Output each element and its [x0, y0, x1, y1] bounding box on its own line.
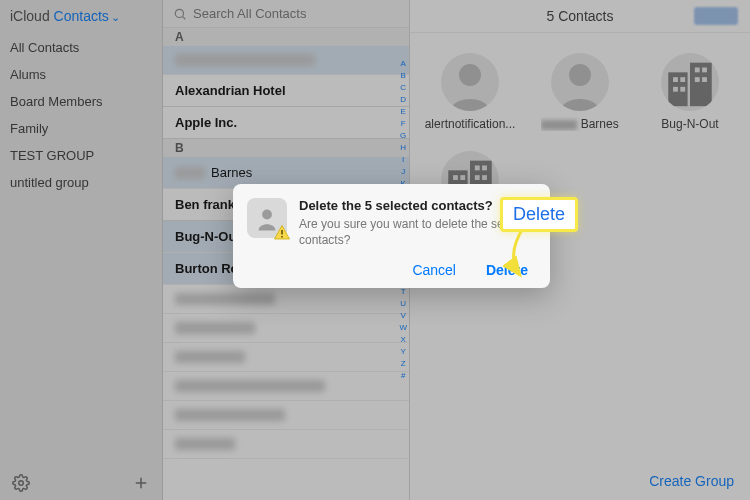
list-item[interactable] [163, 46, 409, 75]
plus-icon[interactable] [132, 474, 150, 492]
svg-rect-25 [475, 175, 480, 180]
svg-point-5 [459, 64, 481, 86]
sidebar-item-all-contacts[interactable]: All Contacts [0, 34, 162, 61]
section-header-b: B [163, 139, 409, 157]
svg-rect-14 [702, 68, 707, 73]
list-item[interactable]: Apple Inc. [163, 107, 409, 139]
svg-rect-16 [702, 77, 707, 82]
svg-rect-8 [690, 63, 712, 107]
app-prefix: iCloud [10, 8, 50, 24]
sidebar-item-alums[interactable]: Alums [0, 61, 162, 88]
avatar-icon [551, 53, 609, 111]
list-item[interactable] [163, 430, 409, 459]
create-group-link[interactable]: Create Group [649, 473, 734, 489]
list-item[interactable] [163, 285, 409, 314]
sidebar-item-untitled[interactable]: untitled group [0, 169, 162, 196]
list-item[interactable]: Alexandrian Hotel [163, 75, 409, 107]
chevron-down-icon: ⌄ [111, 11, 120, 23]
group-list: All Contacts Alums Board Members Family … [0, 30, 162, 466]
app-title[interactable]: iCloud Contacts⌄ [0, 0, 162, 30]
list-item[interactable] [163, 343, 409, 372]
svg-rect-13 [695, 68, 700, 73]
svg-point-27 [262, 210, 272, 220]
delete-button[interactable]: Delete [486, 262, 528, 278]
svg-point-3 [175, 9, 183, 17]
sidebar: iCloud Contacts⌄ All Contacts Alums Boar… [0, 0, 163, 500]
svg-rect-19 [453, 175, 458, 180]
list-item[interactable] [163, 314, 409, 343]
svg-rect-26 [482, 175, 487, 180]
svg-rect-9 [673, 77, 678, 82]
svg-rect-23 [475, 166, 480, 171]
tile-label: Barnes [541, 117, 618, 131]
sidebar-item-family[interactable]: Family [0, 115, 162, 142]
selection-count: 5 Contacts [547, 8, 614, 24]
list-item[interactable] [163, 372, 409, 401]
svg-point-6 [569, 64, 591, 86]
detail-header: 5 Contacts [410, 0, 750, 33]
contact-tile[interactable]: Bug-N-Out [640, 53, 740, 131]
svg-rect-12 [680, 87, 685, 92]
sidebar-item-board-members[interactable]: Board Members [0, 88, 162, 115]
svg-rect-11 [673, 87, 678, 92]
edit-button[interactable] [694, 7, 738, 25]
list-item[interactable] [163, 401, 409, 430]
tile-label: Bug-N-Out [661, 117, 718, 131]
app-name: Contacts [54, 8, 109, 24]
gear-icon[interactable] [12, 474, 30, 492]
search-bar[interactable] [163, 0, 409, 28]
contact-tile[interactable]: Barnes [530, 53, 630, 131]
svg-rect-29 [281, 236, 283, 238]
svg-point-0 [19, 481, 24, 486]
svg-rect-15 [695, 77, 700, 82]
search-input[interactable] [193, 6, 399, 21]
dialog-warning-icon [247, 198, 287, 238]
svg-rect-28 [281, 230, 283, 235]
svg-rect-20 [460, 175, 465, 180]
cancel-button[interactable]: Cancel [412, 262, 456, 278]
contact-tile[interactable]: alertnotification... [420, 53, 520, 131]
tile-label: alertnotification... [425, 117, 516, 131]
svg-rect-24 [482, 166, 487, 171]
svg-line-4 [183, 16, 186, 19]
avatar-icon [441, 53, 499, 111]
callout-highlight: Delete [500, 197, 578, 232]
sidebar-item-test-group[interactable]: TEST GROUP [0, 142, 162, 169]
svg-rect-10 [680, 77, 685, 82]
section-header-a: A [163, 28, 409, 46]
search-icon [173, 7, 187, 21]
building-icon [661, 53, 719, 111]
